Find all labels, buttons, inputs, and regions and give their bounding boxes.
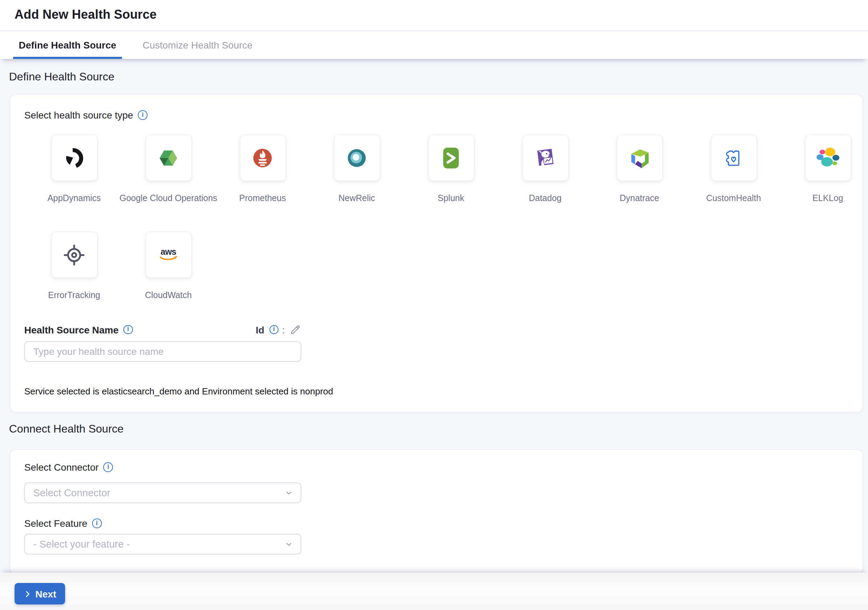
source-label: Dynatrace: [620, 194, 659, 203]
page-title: Add New Health Source: [14, 8, 157, 22]
select-feature-label-row: Select Feature: [24, 518, 101, 529]
tab-customize-health-source[interactable]: Customize Health Source: [138, 31, 258, 59]
info-icon[interactable]: [104, 463, 113, 472]
health-source-name-label-group: Health Source Name: [24, 324, 133, 335]
health-source-option-errortracking[interactable]: ErrorTracking: [27, 231, 121, 300]
page-header: Add New Health Source: [0, 0, 868, 31]
chevron-down-icon: [284, 539, 294, 549]
select-connector-label-row: Select Connector: [24, 462, 113, 473]
feature-select[interactable]: - Select your feature -: [24, 534, 301, 554]
source-label: ELKLog: [812, 194, 843, 203]
info-icon[interactable]: [123, 325, 133, 334]
info-icon[interactable]: [92, 519, 101, 528]
select-feature-label: Select Feature: [24, 518, 87, 529]
source-label: CustomHealth: [706, 194, 761, 203]
info-icon[interactable]: [269, 325, 279, 334]
errortracking-icon: [60, 241, 88, 269]
dynatrace-icon: [626, 144, 653, 172]
health-source-option-cloudwatch[interactable]: aws CloudWatch: [121, 231, 215, 300]
health-source-option-elklog[interactable]: ELKLog: [781, 135, 868, 203]
health-source-option-dynatrace[interactable]: Dynatrace: [592, 135, 687, 203]
source-grid-row-2: ErrorTracking aws CloudWatch: [27, 231, 215, 300]
cloudwatch-icon: aws: [155, 241, 182, 269]
select-type-label: Select health source type: [24, 110, 133, 121]
id-group: Id :: [256, 324, 301, 335]
source-label: AppDynamics: [48, 194, 101, 203]
connect-section-heading: Connect Health Source: [9, 423, 124, 435]
source-grid-row-1: AppDynamics Google Cloud Operations: [27, 135, 868, 203]
id-label: Id: [256, 324, 264, 335]
health-source-name-input[interactable]: [24, 341, 301, 362]
name-id-row: Health Source Name Id :: [24, 324, 301, 335]
prometheus-icon: [249, 144, 276, 172]
chevron-down-icon: [284, 488, 294, 498]
datadog-icon: [531, 144, 559, 172]
source-label: Splunk: [438, 194, 464, 203]
source-label: ErrorTracking: [48, 291, 101, 300]
newrelic-icon: [343, 144, 370, 172]
service-environment-note: Service selected is elasticsearch_demo a…: [24, 386, 333, 396]
tab-define-health-source[interactable]: Define Health Source: [14, 31, 121, 59]
edit-id-button[interactable]: [290, 324, 301, 335]
source-label: Google Cloud Operations: [119, 194, 217, 203]
elklog-icon: [814, 144, 842, 172]
define-health-source-card: Select health source type AppDynamics: [10, 94, 863, 413]
google-cloud-operations-icon: [155, 144, 182, 172]
next-button[interactable]: Next: [14, 583, 65, 604]
connect-health-source-card: Select Connector Select Connector Select…: [10, 449, 863, 574]
info-icon[interactable]: [138, 110, 147, 120]
chevron-right-icon: [23, 590, 32, 598]
health-source-option-google-cloud-operations[interactable]: Google Cloud Operations: [121, 135, 215, 203]
customhealth-icon: [720, 144, 747, 172]
pencil-icon: [290, 324, 301, 335]
svg-text:aws: aws: [161, 247, 176, 256]
next-button-label: Next: [35, 588, 56, 599]
add-health-source-page: Add New Health Source Define Health Sour…: [0, 0, 868, 610]
health-source-option-prometheus[interactable]: Prometheus: [215, 135, 310, 203]
health-source-option-splunk[interactable]: Splunk: [404, 135, 498, 203]
source-label: CloudWatch: [145, 291, 192, 300]
source-label: Datadog: [529, 194, 562, 203]
id-separator: :: [282, 324, 285, 335]
select-connector-label: Select Connector: [24, 462, 99, 473]
source-label: Prometheus: [239, 194, 286, 203]
define-section-heading: Define Health Source: [9, 71, 114, 83]
connector-select-placeholder: Select Connector: [33, 487, 110, 498]
health-source-name-label: Health Source Name: [24, 324, 118, 335]
tab-bar: Define Health Source Customize Health So…: [0, 31, 868, 59]
source-label: NewRelic: [338, 194, 375, 203]
health-source-option-newrelic[interactable]: NewRelic: [310, 135, 404, 203]
health-source-option-customhealth[interactable]: CustomHealth: [687, 135, 781, 203]
connector-select[interactable]: Select Connector: [24, 483, 301, 503]
health-source-option-appdynamics[interactable]: AppDynamics: [27, 135, 121, 203]
feature-select-placeholder: - Select your feature -: [33, 539, 130, 550]
appdynamics-icon: [60, 144, 88, 172]
splunk-icon: [437, 144, 465, 172]
footer-bar: Next: [0, 573, 868, 610]
select-type-label-row: Select health source type: [24, 110, 147, 121]
health-source-option-datadog[interactable]: Datadog: [498, 135, 592, 203]
